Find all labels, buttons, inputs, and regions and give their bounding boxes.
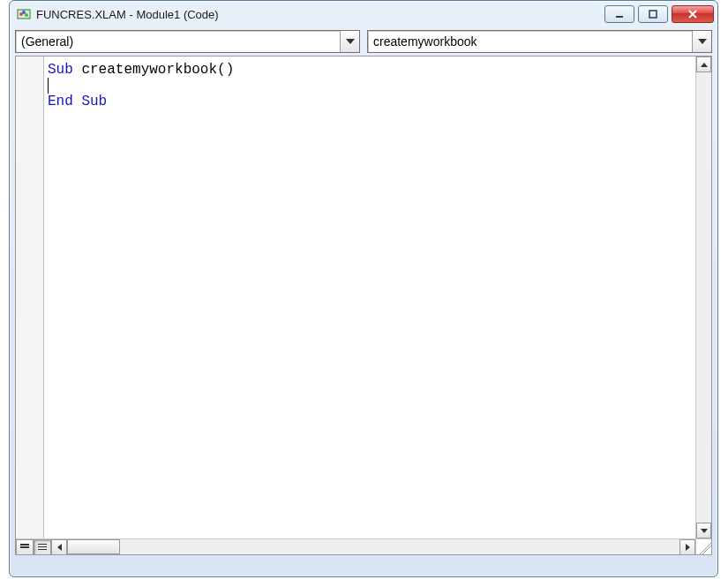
chevron-left-icon (57, 544, 62, 551)
code-editor[interactable]: Sub createmyworkbook() End Sub (44, 56, 695, 538)
scroll-left-button[interactable] (51, 539, 67, 555)
maximize-button[interactable] (638, 5, 668, 23)
procedure-dropdown-arrow[interactable] (692, 31, 711, 52)
chevron-down-icon (698, 39, 707, 44)
minimize-button[interactable] (604, 5, 634, 23)
chevron-right-icon (686, 544, 690, 551)
procedure-dropdown[interactable]: createmyworkbook (367, 30, 712, 53)
scroll-right-button[interactable] (679, 539, 695, 555)
hscroll-track[interactable] (67, 539, 679, 554)
horizontal-scrollbar (16, 538, 695, 554)
chevron-down-icon (701, 529, 708, 533)
procedure-view-icon (20, 546, 29, 548)
titlebar[interactable]: FUNCRES.XLAM - Module1 (Code) (10, 1, 717, 27)
object-dropdown-arrow[interactable] (340, 31, 359, 52)
svg-rect-4 (616, 16, 623, 18)
object-dropdown-value: (General) (16, 34, 340, 49)
keyword: End Sub (48, 94, 107, 109)
svg-point-2 (22, 11, 26, 14)
keyword: Sub (48, 62, 73, 78)
full-module-view-icon (38, 544, 47, 551)
scroll-up-button[interactable] (696, 56, 711, 72)
code-client-area: Sub createmyworkbook() End Sub (15, 56, 712, 555)
resize-grip[interactable] (695, 538, 711, 554)
text-cursor (48, 78, 49, 94)
scroll-down-button[interactable] (696, 523, 711, 538)
chevron-up-icon (701, 63, 708, 67)
full-module-view-button[interactable] (34, 539, 51, 555)
code-window: FUNCRES.XLAM - Module1 (Code) (General) … (9, 0, 718, 577)
vba-module-icon (17, 7, 31, 21)
chevron-down-icon (346, 39, 355, 44)
hscroll-thumb[interactable] (67, 539, 120, 554)
window-controls (604, 5, 714, 23)
svg-point-3 (25, 13, 28, 17)
vertical-scrollbar[interactable] (695, 56, 711, 538)
margin-indicator-bar[interactable] (16, 56, 44, 538)
window-title: FUNCRES.XLAM - Module1 (Code) (36, 8, 219, 21)
code-toolbar: (General) createmyworkbook (15, 27, 712, 56)
close-button[interactable] (672, 5, 714, 23)
svg-rect-5 (649, 11, 657, 18)
code-text: createmyworkbook() (73, 62, 234, 78)
object-dropdown[interactable]: (General) (15, 30, 360, 53)
procedure-view-button[interactable] (16, 539, 34, 555)
procedure-dropdown-value: createmyworkbook (368, 34, 692, 49)
statusbar (15, 557, 712, 573)
